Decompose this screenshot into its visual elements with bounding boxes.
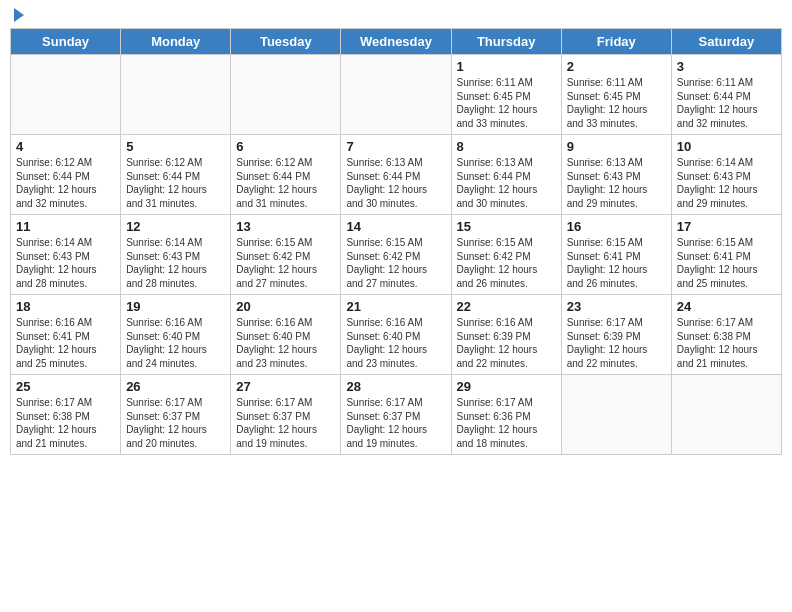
day-header-thursday: Thursday xyxy=(451,29,561,55)
calendar-cell: 8Sunrise: 6:13 AM Sunset: 6:44 PM Daylig… xyxy=(451,135,561,215)
day-number: 18 xyxy=(16,299,115,314)
calendar-cell: 20Sunrise: 6:16 AM Sunset: 6:40 PM Dayli… xyxy=(231,295,341,375)
day-info: Sunrise: 6:16 AM Sunset: 6:41 PM Dayligh… xyxy=(16,316,115,370)
calendar-cell: 22Sunrise: 6:16 AM Sunset: 6:39 PM Dayli… xyxy=(451,295,561,375)
day-number: 22 xyxy=(457,299,556,314)
day-info: Sunrise: 6:15 AM Sunset: 6:42 PM Dayligh… xyxy=(457,236,556,290)
day-info: Sunrise: 6:12 AM Sunset: 6:44 PM Dayligh… xyxy=(236,156,335,210)
calendar-cell: 6Sunrise: 6:12 AM Sunset: 6:44 PM Daylig… xyxy=(231,135,341,215)
day-info: Sunrise: 6:15 AM Sunset: 6:42 PM Dayligh… xyxy=(346,236,445,290)
day-info: Sunrise: 6:17 AM Sunset: 6:38 PM Dayligh… xyxy=(16,396,115,450)
day-number: 5 xyxy=(126,139,225,154)
calendar-cell: 24Sunrise: 6:17 AM Sunset: 6:38 PM Dayli… xyxy=(671,295,781,375)
calendar-week-row: 1Sunrise: 6:11 AM Sunset: 6:45 PM Daylig… xyxy=(11,55,782,135)
day-header-tuesday: Tuesday xyxy=(231,29,341,55)
day-number: 8 xyxy=(457,139,556,154)
day-number: 25 xyxy=(16,379,115,394)
day-number: 9 xyxy=(567,139,666,154)
calendar-cell: 21Sunrise: 6:16 AM Sunset: 6:40 PM Dayli… xyxy=(341,295,451,375)
calendar-cell xyxy=(561,375,671,455)
calendar-cell: 23Sunrise: 6:17 AM Sunset: 6:39 PM Dayli… xyxy=(561,295,671,375)
calendar-cell: 26Sunrise: 6:17 AM Sunset: 6:37 PM Dayli… xyxy=(121,375,231,455)
calendar-cell: 25Sunrise: 6:17 AM Sunset: 6:38 PM Dayli… xyxy=(11,375,121,455)
day-number: 13 xyxy=(236,219,335,234)
calendar-cell: 5Sunrise: 6:12 AM Sunset: 6:44 PM Daylig… xyxy=(121,135,231,215)
day-number: 14 xyxy=(346,219,445,234)
calendar-cell: 2Sunrise: 6:11 AM Sunset: 6:45 PM Daylig… xyxy=(561,55,671,135)
day-info: Sunrise: 6:14 AM Sunset: 6:43 PM Dayligh… xyxy=(16,236,115,290)
calendar-cell: 11Sunrise: 6:14 AM Sunset: 6:43 PM Dayli… xyxy=(11,215,121,295)
calendar-cell: 28Sunrise: 6:17 AM Sunset: 6:37 PM Dayli… xyxy=(341,375,451,455)
day-number: 27 xyxy=(236,379,335,394)
day-info: Sunrise: 6:17 AM Sunset: 6:39 PM Dayligh… xyxy=(567,316,666,370)
day-header-monday: Monday xyxy=(121,29,231,55)
day-number: 17 xyxy=(677,219,776,234)
day-number: 3 xyxy=(677,59,776,74)
day-info: Sunrise: 6:16 AM Sunset: 6:40 PM Dayligh… xyxy=(236,316,335,370)
day-number: 29 xyxy=(457,379,556,394)
day-number: 20 xyxy=(236,299,335,314)
day-info: Sunrise: 6:12 AM Sunset: 6:44 PM Dayligh… xyxy=(16,156,115,210)
calendar-cell: 17Sunrise: 6:15 AM Sunset: 6:41 PM Dayli… xyxy=(671,215,781,295)
day-number: 6 xyxy=(236,139,335,154)
day-info: Sunrise: 6:15 AM Sunset: 6:42 PM Dayligh… xyxy=(236,236,335,290)
calendar-cell xyxy=(341,55,451,135)
day-number: 21 xyxy=(346,299,445,314)
day-info: Sunrise: 6:17 AM Sunset: 6:37 PM Dayligh… xyxy=(346,396,445,450)
calendar-cell xyxy=(11,55,121,135)
calendar-cell: 3Sunrise: 6:11 AM Sunset: 6:44 PM Daylig… xyxy=(671,55,781,135)
day-header-friday: Friday xyxy=(561,29,671,55)
calendar-cell: 7Sunrise: 6:13 AM Sunset: 6:44 PM Daylig… xyxy=(341,135,451,215)
day-number: 2 xyxy=(567,59,666,74)
day-info: Sunrise: 6:14 AM Sunset: 6:43 PM Dayligh… xyxy=(677,156,776,210)
day-info: Sunrise: 6:13 AM Sunset: 6:44 PM Dayligh… xyxy=(346,156,445,210)
day-number: 1 xyxy=(457,59,556,74)
calendar-cell xyxy=(671,375,781,455)
day-info: Sunrise: 6:17 AM Sunset: 6:36 PM Dayligh… xyxy=(457,396,556,450)
calendar-cell: 16Sunrise: 6:15 AM Sunset: 6:41 PM Dayli… xyxy=(561,215,671,295)
day-info: Sunrise: 6:16 AM Sunset: 6:40 PM Dayligh… xyxy=(126,316,225,370)
calendar-cell: 13Sunrise: 6:15 AM Sunset: 6:42 PM Dayli… xyxy=(231,215,341,295)
day-number: 10 xyxy=(677,139,776,154)
day-number: 11 xyxy=(16,219,115,234)
day-number: 12 xyxy=(126,219,225,234)
calendar-cell: 14Sunrise: 6:15 AM Sunset: 6:42 PM Dayli… xyxy=(341,215,451,295)
calendar-cell: 18Sunrise: 6:16 AM Sunset: 6:41 PM Dayli… xyxy=(11,295,121,375)
day-header-saturday: Saturday xyxy=(671,29,781,55)
day-info: Sunrise: 6:16 AM Sunset: 6:40 PM Dayligh… xyxy=(346,316,445,370)
calendar-cell: 1Sunrise: 6:11 AM Sunset: 6:45 PM Daylig… xyxy=(451,55,561,135)
calendar-week-row: 4Sunrise: 6:12 AM Sunset: 6:44 PM Daylig… xyxy=(11,135,782,215)
day-header-wednesday: Wednesday xyxy=(341,29,451,55)
day-info: Sunrise: 6:13 AM Sunset: 6:44 PM Dayligh… xyxy=(457,156,556,210)
calendar-week-row: 11Sunrise: 6:14 AM Sunset: 6:43 PM Dayli… xyxy=(11,215,782,295)
day-number: 24 xyxy=(677,299,776,314)
calendar-cell xyxy=(231,55,341,135)
day-number: 15 xyxy=(457,219,556,234)
calendar-week-row: 25Sunrise: 6:17 AM Sunset: 6:38 PM Dayli… xyxy=(11,375,782,455)
day-number: 28 xyxy=(346,379,445,394)
day-info: Sunrise: 6:13 AM Sunset: 6:43 PM Dayligh… xyxy=(567,156,666,210)
calendar-week-row: 18Sunrise: 6:16 AM Sunset: 6:41 PM Dayli… xyxy=(11,295,782,375)
day-info: Sunrise: 6:17 AM Sunset: 6:37 PM Dayligh… xyxy=(126,396,225,450)
day-info: Sunrise: 6:15 AM Sunset: 6:41 PM Dayligh… xyxy=(677,236,776,290)
calendar-header-row: SundayMondayTuesdayWednesdayThursdayFrid… xyxy=(11,29,782,55)
logo-arrow-icon xyxy=(14,8,24,22)
day-number: 23 xyxy=(567,299,666,314)
calendar-cell: 10Sunrise: 6:14 AM Sunset: 6:43 PM Dayli… xyxy=(671,135,781,215)
calendar-cell: 4Sunrise: 6:12 AM Sunset: 6:44 PM Daylig… xyxy=(11,135,121,215)
day-number: 26 xyxy=(126,379,225,394)
day-info: Sunrise: 6:17 AM Sunset: 6:38 PM Dayligh… xyxy=(677,316,776,370)
day-info: Sunrise: 6:14 AM Sunset: 6:43 PM Dayligh… xyxy=(126,236,225,290)
day-info: Sunrise: 6:11 AM Sunset: 6:44 PM Dayligh… xyxy=(677,76,776,130)
calendar-cell xyxy=(121,55,231,135)
day-number: 16 xyxy=(567,219,666,234)
calendar-cell: 27Sunrise: 6:17 AM Sunset: 6:37 PM Dayli… xyxy=(231,375,341,455)
day-number: 19 xyxy=(126,299,225,314)
day-number: 4 xyxy=(16,139,115,154)
calendar-cell: 29Sunrise: 6:17 AM Sunset: 6:36 PM Dayli… xyxy=(451,375,561,455)
day-info: Sunrise: 6:15 AM Sunset: 6:41 PM Dayligh… xyxy=(567,236,666,290)
logo xyxy=(10,10,24,22)
day-info: Sunrise: 6:17 AM Sunset: 6:37 PM Dayligh… xyxy=(236,396,335,450)
calendar-cell: 12Sunrise: 6:14 AM Sunset: 6:43 PM Dayli… xyxy=(121,215,231,295)
calendar-cell: 9Sunrise: 6:13 AM Sunset: 6:43 PM Daylig… xyxy=(561,135,671,215)
